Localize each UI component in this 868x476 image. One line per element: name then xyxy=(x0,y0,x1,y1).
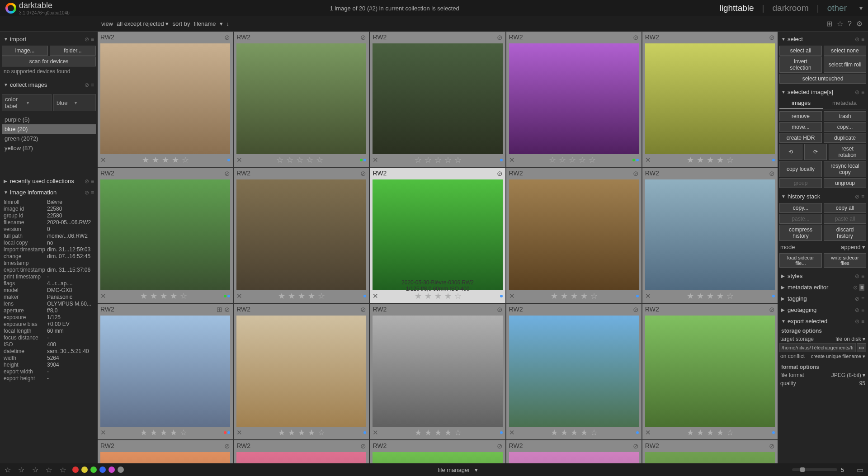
reset-icon[interactable]: ⊘ xyxy=(855,318,859,325)
menu-icon[interactable]: ≡ xyxy=(861,273,864,279)
rating-stars[interactable]: ★★★★☆ xyxy=(515,291,636,301)
gear-icon[interactable]: ⚙ xyxy=(856,19,863,28)
history-copy-all-button[interactable]: copy all xyxy=(824,203,866,213)
reset-icon[interactable]: ⊘ xyxy=(855,307,859,313)
color-label-dot[interactable] xyxy=(108,467,115,473)
import-image-button[interactable]: image... xyxy=(2,46,48,56)
menu-icon[interactable]: ≡ xyxy=(861,36,864,42)
sortby-dropdown[interactable]: filename xyxy=(193,20,216,27)
thumbnail[interactable]: RW2⊘✕☆☆☆☆☆ xyxy=(506,32,642,167)
rating-stars[interactable]: ★★★★☆ xyxy=(242,291,363,301)
rating-stars[interactable]: ★★★★☆ xyxy=(378,291,500,301)
reject-icon[interactable]: ✕ xyxy=(373,156,378,164)
tab-images[interactable]: images xyxy=(779,98,823,109)
reject-icon[interactable]: ✕ xyxy=(509,292,515,300)
menu-icon[interactable]: ≡ xyxy=(861,296,864,302)
ungroup-button[interactable]: ungroup xyxy=(824,178,866,188)
tab-metadata[interactable]: metadata xyxy=(823,98,866,109)
menu-icon[interactable]: ≡ xyxy=(861,318,864,325)
create-hdr-button[interactable]: create HDR xyxy=(779,133,822,143)
select-header[interactable]: ▼ select ⊘ ≡ xyxy=(779,33,866,45)
discard-history-button[interactable]: discard history xyxy=(824,225,866,241)
scan-devices-button[interactable]: scan for devices xyxy=(2,57,96,66)
layout-dropdown[interactable]: file manager ▾ xyxy=(438,467,478,473)
star-icon[interactable]: ☆ xyxy=(837,19,843,28)
export-header[interactable]: ▼ export selected ⊘ ≡ xyxy=(779,316,866,327)
image-info-header[interactable]: ▼ image information ⊘ ≡ xyxy=(2,187,96,198)
rating-stars[interactable]: ★★★★☆ xyxy=(651,428,772,438)
menu-icon[interactable]: ≡ xyxy=(91,82,94,88)
tab-other[interactable]: other xyxy=(827,3,847,13)
group-button[interactable]: group xyxy=(779,178,822,188)
trash-button[interactable]: trash xyxy=(824,111,866,121)
thumbnail[interactable]: RW2⊘ xyxy=(642,440,778,463)
thumbnail[interactable]: RW2⊘✕★★★★☆ xyxy=(98,168,233,303)
history-copy-button[interactable]: copy... xyxy=(779,203,822,213)
rating-stars[interactable]: ★★★★☆ xyxy=(242,428,363,438)
color-label-dot[interactable] xyxy=(72,467,79,473)
import-folder-button[interactable]: folder... xyxy=(50,46,96,56)
collect-field-dropdown[interactable]: color label▾ xyxy=(2,94,52,111)
rating-stars[interactable]: ★★★★☆ xyxy=(651,291,772,301)
zoom-slider[interactable] xyxy=(792,468,837,471)
rating-stars[interactable]: ★★★★☆ xyxy=(106,155,227,165)
thumbnail[interactable]: RW2⊘✕★★★★☆ xyxy=(506,304,642,439)
styles-header[interactable]: ▶ styles ⊘ ≡ xyxy=(779,270,866,282)
thumbnail[interactable]: RW2⊘ xyxy=(98,440,233,463)
history-paste-all-button[interactable]: paste all xyxy=(824,214,866,224)
color-label-dot[interactable] xyxy=(81,467,88,473)
rating-stars[interactable]: ☆ ☆ ☆ ☆ ☆ xyxy=(5,466,69,474)
rating-stars[interactable]: ★★★★☆ xyxy=(515,428,636,438)
reject-icon[interactable]: ✕ xyxy=(373,292,378,300)
rating-stars[interactable]: ★★★★☆ xyxy=(378,428,500,438)
thumbnail[interactable]: RW2⊘✕★★★★☆ xyxy=(642,168,778,303)
rating-stars[interactable]: ★★★★☆ xyxy=(651,155,772,165)
collect-list-item[interactable]: purple (5) xyxy=(2,115,96,124)
reset-icon[interactable]: ⊘ xyxy=(85,36,89,42)
mode-dropdown[interactable]: append ▾ xyxy=(841,244,865,250)
menu-icon[interactable]: ≡ xyxy=(861,89,864,95)
reject-icon[interactable]: ✕ xyxy=(509,156,515,164)
reject-icon[interactable]: ✕ xyxy=(509,429,515,437)
collect-list-item[interactable]: yellow (87) xyxy=(2,143,96,153)
menu-icon[interactable]: ≡ xyxy=(91,189,94,196)
menu-icon[interactable]: ≡ xyxy=(91,178,94,184)
chevron-down-icon[interactable]: ▾ xyxy=(220,20,223,27)
reject-icon[interactable]: ✕ xyxy=(373,429,378,437)
resync-button[interactable]: resync local copy xyxy=(824,161,866,177)
thumbnail[interactable]: RW2⊘✕★★★★☆ xyxy=(506,168,642,303)
reject-icon[interactable]: ✕ xyxy=(100,429,106,437)
thumbnail[interactable]: RW2⊘✕★★★★☆ xyxy=(234,168,369,303)
reset-icon[interactable]: ⊘ xyxy=(85,82,89,88)
write-sidecar-button[interactable]: write sidecar files xyxy=(824,253,866,268)
rating-stars[interactable]: ★★★★☆ xyxy=(106,428,224,438)
thumbnail[interactable]: RW2⊘ xyxy=(234,440,369,463)
reset-icon[interactable]: ⊘ xyxy=(85,178,89,184)
color-label-dot[interactable] xyxy=(90,467,97,473)
reset-icon[interactable]: ⊘ xyxy=(855,36,859,42)
rating-stars[interactable]: ★★★★☆ xyxy=(106,291,224,301)
thumbnail[interactable]: RW2⊘ xyxy=(370,440,505,463)
reset-icon[interactable]: ⊘ xyxy=(855,273,859,279)
reject-icon[interactable]: ✕ xyxy=(236,156,242,164)
reset-icon[interactable]: ⊘ xyxy=(853,284,858,291)
selected-images-header[interactable]: ▼ selected image[s] ⊘ ≡ xyxy=(779,86,866,98)
collect-value-dropdown[interactable]: blue▾ xyxy=(53,94,96,111)
menu-icon[interactable]: ≡ xyxy=(861,307,864,313)
grouping-icon[interactable]: ⊞ xyxy=(826,19,832,28)
compress-history-button[interactable]: compress history xyxy=(779,225,822,241)
load-sidecar-button[interactable]: load sidecar file... xyxy=(779,253,822,268)
color-label-dot[interactable] xyxy=(118,467,124,473)
select-none-button[interactable]: select none xyxy=(824,46,866,56)
export-path-input[interactable] xyxy=(779,343,856,352)
reject-icon[interactable]: ✕ xyxy=(645,429,651,437)
on-conflict-dropdown[interactable]: create unique filename ▾ xyxy=(811,353,865,359)
reset-icon[interactable]: ⊘ xyxy=(855,296,859,302)
target-storage-dropdown[interactable]: file on disk ▾ xyxy=(835,336,865,342)
reject-icon[interactable]: ✕ xyxy=(236,292,242,300)
thumbnail[interactable]: RW2⊞ ⊘✕★★★★☆ xyxy=(98,304,233,439)
reject-icon[interactable]: ✕ xyxy=(100,292,106,300)
select-filmroll-button[interactable]: select film roll xyxy=(824,57,866,73)
thumbnail[interactable]: RW2⊘2020-05-30-Bièvre-0306.RW21/125 f/8,… xyxy=(370,168,505,303)
select-all-button[interactable]: select all xyxy=(779,46,822,56)
